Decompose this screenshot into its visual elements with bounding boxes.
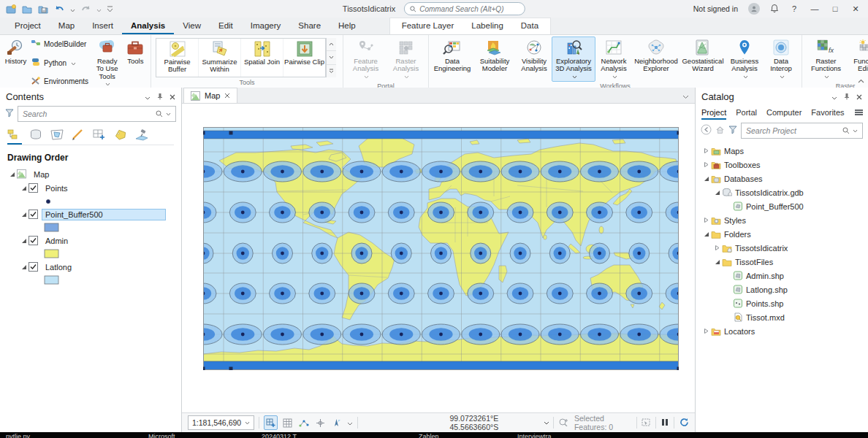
expand-icon[interactable]	[701, 231, 710, 237]
visibility-analysis-button[interactable]: Visibility Analysis	[517, 36, 552, 82]
expand-icon[interactable]	[701, 217, 710, 223]
selection-box-icon[interactable]	[642, 418, 650, 428]
contents-close-icon[interactable]	[170, 91, 175, 102]
expand-icon[interactable]	[701, 328, 710, 334]
expand-icon[interactable]	[712, 245, 721, 251]
layer-item-point_buffer500[interactable]: Point_Buffer500	[0, 207, 181, 221]
catalog-item-maps[interactable]: Maps	[696, 144, 868, 158]
catalog-item-databases[interactable]: Databases	[696, 172, 868, 185]
geostatistical-wizard-button[interactable]: Geostatistical Wizard	[680, 36, 726, 82]
map-view-tab[interactable]: Map	[183, 88, 237, 103]
expand-icon[interactable]	[19, 211, 28, 218]
expand-icon[interactable]	[19, 264, 28, 270]
scale-selector[interactable]: 1:181,546,690	[188, 415, 254, 430]
catalog-tab-computer[interactable]: Computer	[766, 107, 802, 120]
undo-icon[interactable]	[54, 4, 65, 15]
command-search-input[interactable]: Command Search (Alt+Q)	[404, 2, 525, 15]
catalog-item-admin-shp[interactable]: Admin.shp	[696, 269, 868, 283]
environments-button[interactable]: Environments	[31, 76, 91, 87]
expand-icon[interactable]	[712, 258, 721, 265]
ribbon-tab-analysis[interactable]: Analysis	[122, 18, 174, 34]
expand-icon[interactable]	[712, 189, 721, 196]
catalog-item-points-shp[interactable]: Points.shp	[696, 296, 868, 310]
refresh-button[interactable]	[679, 418, 689, 429]
close-tab-icon[interactable]	[224, 93, 230, 99]
catalog-tab-project[interactable]: Project	[701, 107, 726, 120]
sketch-tool-button[interactable]	[298, 416, 310, 429]
help-icon[interactable]: ?	[789, 4, 799, 13]
world-map[interactable]	[203, 127, 679, 370]
catalog-item-folders[interactable]: Folders	[696, 227, 868, 241]
neighborhood-explorer-button[interactable]: Neighborhood Explorer	[632, 36, 680, 82]
list-by-editing-button[interactable]	[71, 128, 85, 145]
catalog-tab-favorites[interactable]: Favorites	[811, 107, 844, 120]
catalog-options-icon[interactable]	[854, 109, 864, 118]
catalog-menu-chevron-icon[interactable]	[831, 91, 837, 102]
catalog-item-styles[interactable]: Styles	[696, 213, 868, 227]
notifications-icon[interactable]	[770, 4, 779, 15]
ribbon-tab-map[interactable]: Map	[50, 18, 83, 34]
business-analysis-button[interactable]: Business Analysis	[726, 36, 764, 82]
layer-checkbox[interactable]	[28, 262, 39, 272]
layer-name[interactable]: Latlong	[42, 261, 75, 273]
customize-qat-icon[interactable]	[107, 2, 113, 15]
layer-symbol-latlong[interactable]	[0, 274, 181, 286]
catalog-home-icon[interactable]	[715, 124, 725, 137]
layer-item-latlong[interactable]: Latlong	[0, 260, 181, 274]
list-by-drawing-order-button[interactable]	[7, 128, 22, 145]
list-by-charts-button[interactable]	[134, 128, 149, 145]
undo-dropdown-icon[interactable]	[70, 2, 75, 15]
gallery-expand-icon[interactable]	[327, 65, 336, 77]
catalog-pin-icon[interactable]	[844, 91, 850, 102]
search-dropdown-icon[interactable]	[853, 129, 858, 133]
feature-analysis-button[interactable]: Feature Analysis	[346, 36, 386, 82]
contextual-tab-feature-layer[interactable]: Feature Layer	[393, 18, 463, 34]
layer-symbol-admin[interactable]	[0, 247, 181, 260]
open-project-icon[interactable]	[22, 4, 33, 15]
layer-name[interactable]: Point_Buffer500	[42, 209, 166, 220]
save-project-icon[interactable]	[38, 4, 49, 15]
contents-pin-icon[interactable]	[157, 91, 163, 102]
layer-name[interactable]: Admin	[42, 235, 72, 247]
layer-item-points[interactable]: Points	[0, 181, 181, 195]
gallery-down-icon[interactable]	[327, 51, 336, 64]
north-arrow-button[interactable]	[330, 416, 342, 429]
catalog-filter-icon[interactable]	[728, 124, 737, 137]
ribbon-tab-insert[interactable]: Insert	[83, 18, 122, 34]
ribbon-collapse-icon[interactable]	[858, 73, 864, 86]
expand-icon[interactable]	[19, 237, 28, 244]
maximize-button[interactable]: □	[830, 4, 840, 13]
ribbon-tab-imagery[interactable]: Imagery	[242, 18, 290, 34]
pairwise-clip-button[interactable]: Pairwise Clip	[283, 39, 325, 77]
layer-name[interactable]: Points	[42, 182, 72, 194]
modelbuilder-button[interactable]: ModelBuilder	[31, 39, 91, 50]
expand-icon[interactable]	[701, 161, 710, 168]
ribbon-tab-view[interactable]: View	[174, 18, 210, 34]
catalog-item-tissotfiles[interactable]: TissotFiles	[696, 255, 868, 269]
coordinate-readout[interactable]: 99.0723261°E 45.5663660°S	[450, 414, 549, 431]
ribbon-tab-help[interactable]: Help	[330, 18, 365, 34]
new-project-icon[interactable]	[6, 4, 17, 15]
data-engineering-button[interactable]: Data Engineering	[432, 36, 473, 82]
layer-name[interactable]: Map	[30, 169, 53, 180]
catalog-item-tissot-mxd[interactable]: Tissot.mxd	[696, 310, 868, 324]
layer-checkbox[interactable]	[28, 236, 39, 245]
signin-status[interactable]: Not signed in	[693, 4, 738, 13]
summarize-within-button[interactable]: Summarize Within	[199, 39, 241, 77]
taskbar-item[interactable]: Microsoft	[148, 433, 175, 438]
ready-to-use-tools-button[interactable]: Ready To Use Tools	[92, 36, 123, 89]
exploratory-3d-analysis-button[interactable]: Exploratory 3D Analysis	[552, 36, 595, 82]
gallery-up-icon[interactable]	[327, 38, 336, 51]
list-by-data-source-button[interactable]	[28, 128, 43, 145]
catalog-item-locators[interactable]: Locators	[696, 324, 868, 338]
search-dropdown-icon[interactable]	[166, 112, 171, 116]
list-by-selection-button[interactable]	[50, 128, 64, 145]
layer-checkbox[interactable]	[28, 183, 39, 193]
layer-checkbox[interactable]	[28, 210, 39, 219]
redo-dropdown-icon[interactable]	[96, 2, 102, 15]
catalog-item-tissotsidicatrix-gdb[interactable]: TissotsIdicatrix.gdb	[696, 185, 868, 199]
tab-strip-menu-icon[interactable]	[682, 89, 689, 102]
pairwise-buffer-button[interactable]: Pairwise Buffer	[156, 39, 199, 77]
account-avatar[interactable]	[748, 3, 760, 15]
grid-overlay-button[interactable]	[264, 415, 277, 430]
